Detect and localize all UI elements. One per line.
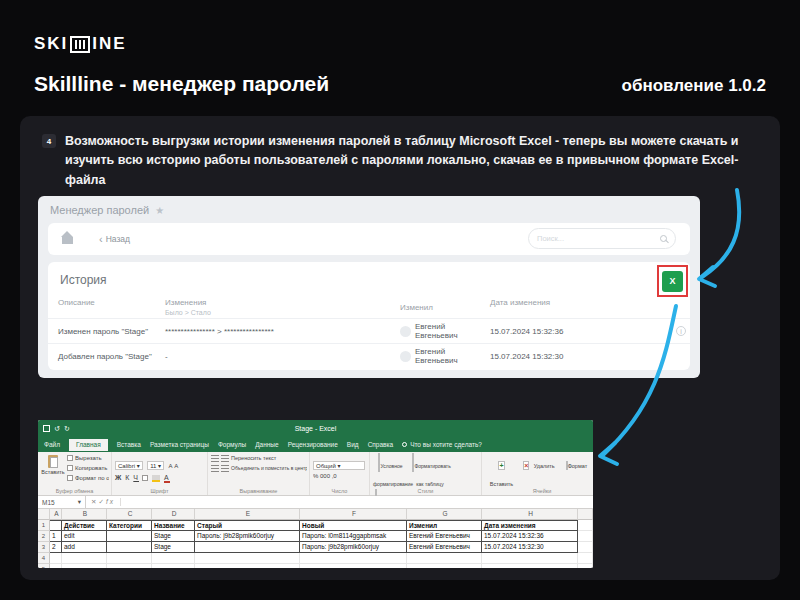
- column-header[interactable]: C: [107, 509, 152, 520]
- cell[interactable]: Дата изменения: [482, 520, 578, 531]
- column-header[interactable]: A: [50, 509, 62, 520]
- delete-cells-button[interactable]: × Удалить: [522, 454, 555, 472]
- column-header[interactable]: D: [152, 509, 195, 520]
- tab-formulas[interactable]: Формулы: [218, 441, 246, 448]
- update-version-label: обновление 1.0.2: [622, 76, 767, 96]
- bold-button[interactable]: Ж: [115, 474, 122, 481]
- cell[interactable]: Категории: [107, 520, 152, 531]
- lightbulb-icon: [402, 442, 407, 447]
- favorite-star-icon[interactable]: ★: [155, 205, 164, 216]
- tab-help[interactable]: Справка: [368, 441, 394, 448]
- cell[interactable]: Название: [152, 520, 195, 531]
- cell[interactable]: Новый: [300, 520, 407, 531]
- cell[interactable]: edit: [62, 531, 107, 542]
- cell[interactable]: add: [62, 542, 107, 553]
- cell[interactable]: 1: [50, 531, 62, 542]
- tab-page-layout[interactable]: Разметка страницы: [150, 441, 209, 448]
- cell[interactable]: Действие: [62, 520, 107, 531]
- cell[interactable]: Stage: [152, 531, 195, 542]
- home-icon[interactable]: [62, 237, 73, 244]
- name-box[interactable]: M15▾: [38, 496, 86, 508]
- insert-cells-icon: +: [498, 461, 504, 470]
- align-middle-icon[interactable]: [221, 455, 229, 462]
- cell[interactable]: Stage: [152, 542, 195, 553]
- search-input[interactable]: Поиск...: [528, 228, 676, 249]
- row-number[interactable]: 4: [38, 553, 50, 564]
- tab-file[interactable]: Файл: [44, 441, 60, 448]
- scissors-icon: [67, 455, 73, 461]
- fill-color-icon[interactable]: [152, 475, 160, 482]
- borders-icon[interactable]: [142, 475, 148, 481]
- cell[interactable]: Пароль: j9b28pmik60orjuy: [195, 531, 300, 542]
- sheet-row: 2 1 edit Stage Пароль: j9b28pmik60orjuy …: [38, 531, 593, 542]
- font-group: Calibri ▾ 11 ▾ А А Ж К Ч А Шрифт: [112, 452, 208, 495]
- font-color-icon[interactable]: А: [164, 474, 170, 483]
- styles-group: Условное форматирование Форматировать ка…: [370, 452, 482, 495]
- format-as-table-button[interactable]: Форматировать как таблицу: [412, 454, 447, 490]
- paste-button[interactable]: Вставить: [41, 454, 65, 475]
- cell[interactable]: Изменил: [407, 520, 482, 531]
- cut-button[interactable]: Вырезать: [67, 454, 109, 464]
- select-all-corner[interactable]: [38, 509, 50, 520]
- row-number[interactable]: 1: [38, 520, 50, 531]
- title-row: Skillline - менеджер паролей обновление …: [34, 72, 766, 96]
- number-format-icons[interactable]: % 000 ,0: [313, 472, 367, 482]
- cells-group: + Вставить × Удалить Формат Ячейки: [482, 452, 593, 495]
- cell[interactable]: [107, 531, 152, 542]
- cell[interactable]: 15.07.2024 15:32:36: [482, 531, 578, 542]
- tell-me-box[interactable]: Что вы хотите сделать?: [402, 441, 482, 448]
- page-title: Skillline - менеджер паролей: [34, 72, 329, 96]
- insert-cells-button[interactable]: + Вставить: [485, 454, 518, 490]
- underline-button[interactable]: Ч: [133, 474, 139, 481]
- column-header[interactable]: B: [62, 509, 107, 520]
- avatar: [400, 326, 411, 337]
- tab-view[interactable]: Вид: [347, 441, 359, 448]
- column-header[interactable]: G: [407, 509, 482, 520]
- tab-review[interactable]: Рецензирование: [288, 441, 338, 448]
- row-number[interactable]: 2: [38, 531, 50, 542]
- grow-shrink-font-buttons[interactable]: А А: [169, 463, 179, 469]
- tab-insert[interactable]: Вставка: [117, 441, 141, 448]
- cell[interactable]: Пароль: j9b28pmik60orjuy: [300, 542, 407, 553]
- history-row[interactable]: Изменен пароль "Stage" **************** …: [48, 318, 690, 343]
- info-icon[interactable]: i: [676, 326, 686, 336]
- tab-home[interactable]: Главная: [69, 439, 108, 451]
- tab-data[interactable]: Данные: [255, 441, 278, 448]
- cell[interactable]: [195, 542, 300, 553]
- back-button[interactable]: ‹ Назад: [99, 233, 130, 245]
- cell[interactable]: [107, 542, 152, 553]
- copy-button[interactable]: Копировать: [67, 464, 109, 474]
- conditional-formatting-button[interactable]: Условное форматирование: [373, 454, 408, 490]
- number-format-select[interactable]: Общий ▾: [313, 461, 365, 470]
- delete-cells-icon: ×: [523, 461, 529, 470]
- cell[interactable]: [50, 520, 62, 531]
- align-left-icon[interactable]: [211, 465, 219, 472]
- align-center-icon[interactable]: [221, 465, 229, 472]
- column-header[interactable]: F: [300, 509, 407, 520]
- formula-bar-icons[interactable]: ✕✓fx: [86, 498, 121, 506]
- cell[interactable]: Евгений Евгеньевич: [407, 531, 482, 542]
- cell[interactable]: Евгений Евгеньевич: [407, 542, 482, 553]
- align-top-icon[interactable]: [211, 455, 219, 462]
- cell[interactable]: 2: [50, 542, 62, 553]
- cell[interactable]: 15.07.2024 15:32:30: [482, 542, 578, 553]
- search-placeholder: Поиск...: [537, 234, 660, 243]
- cell[interactable]: Старый: [195, 520, 300, 531]
- row-number[interactable]: 3: [38, 542, 50, 553]
- format-cells-button[interactable]: Формат: [560, 454, 593, 472]
- font-name-select[interactable]: Calibri ▾: [115, 461, 143, 470]
- column-header[interactable]: H: [482, 509, 578, 520]
- logo-text-suffix: INE: [92, 34, 126, 54]
- cell[interactable]: Пароль: l0m8114ggapbmsak: [300, 531, 407, 542]
- merge-center-button[interactable]: Объединить и поместить в центре: [231, 465, 307, 471]
- format-painter-button[interactable]: Формат по образцу: [67, 474, 109, 484]
- row-number[interactable]: 5: [38, 564, 50, 568]
- history-row[interactable]: Добавлен пароль "Stage" - Евгений Евгень…: [48, 343, 690, 368]
- wrap-text-button[interactable]: Переносить текст: [231, 455, 276, 461]
- font-size-select[interactable]: 11 ▾: [147, 461, 164, 470]
- excel-export-button[interactable]: X: [662, 271, 683, 292]
- italic-button[interactable]: К: [125, 474, 130, 481]
- column-header[interactable]: E: [195, 509, 300, 520]
- app-window-title: Менеджер паролей★: [50, 204, 164, 216]
- excel-screenshot: ↺ ↻ Stage - Excel Файл Главная Вставка Р…: [38, 420, 593, 568]
